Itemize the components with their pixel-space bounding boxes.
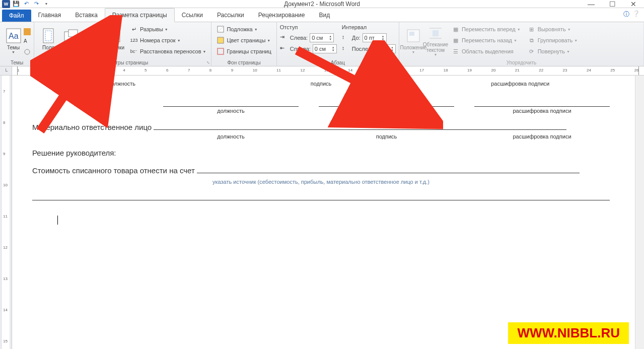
watermark-icon [217, 25, 225, 33]
tab-references[interactable]: Ссылки [175, 9, 210, 22]
indent-right-input[interactable]: 0 см▲▼ [313, 44, 337, 53]
send-backward-button[interactable]: ▦Переместить назад▼ [450, 35, 523, 45]
maximize-button[interactable]: ☐ [602, 0, 623, 8]
position-icon [405, 28, 421, 44]
theme-fonts-icon[interactable]: A [24, 38, 31, 45]
page-borders-button[interactable]: Границы страниц [214, 46, 273, 56]
responsible-person-line: Материально ответственное лицо [32, 123, 610, 131]
group-icon: ⧉ [528, 36, 536, 44]
themes-button[interactable]: Aa Темы ▼ [3, 24, 24, 57]
sig-signature-1: подпись [232, 81, 411, 87]
margins-icon [40, 28, 56, 44]
paragraph-dialog-launcher[interactable]: ⤡ [394, 60, 398, 65]
indent-right-icon: ⇤ [280, 45, 288, 53]
line-numbers-button[interactable]: 123Номера строк▼ [128, 35, 208, 45]
wrap-text-icon [427, 25, 444, 41]
page-borders-icon [217, 47, 225, 55]
svg-rect-2 [24, 28, 31, 35]
tab-mailings[interactable]: Рассылки [210, 9, 251, 22]
window-controls: — ☐ ✕ [581, 0, 644, 8]
page-color-button[interactable]: Цвет страницы▼ [214, 35, 273, 45]
align-button[interactable]: ⊞Выровнять▼ [526, 24, 580, 34]
document-area[interactable]: должность подпись расшифровка подписи до… [12, 76, 635, 349]
page-setup-dialog-launcher[interactable]: ⤡ [206, 60, 210, 65]
orientation-icon [62, 28, 79, 44]
theme-effects-icon[interactable] [24, 48, 31, 55]
line-numbers-icon: 123 [130, 36, 138, 44]
rotate-button[interactable]: ⟳Повернуть▼ [526, 46, 580, 56]
spacing-before-input[interactable]: 0 пт▲▼ [363, 33, 387, 42]
hyphenation-button[interactable]: bc⁻Расстановка переносов▼ [128, 46, 208, 56]
sig-line [474, 92, 610, 107]
decision-text: Решение руководителя: [32, 149, 610, 157]
hyphenation-icon: bc⁻ [130, 47, 138, 55]
content-area: 789101112131415 должность подпись расшиф… [0, 76, 644, 349]
redo-icon[interactable]: ↷ [32, 0, 40, 8]
ruler-vertical[interactable]: 789101112131415 [0, 76, 12, 349]
page: должность подпись расшифровка подписи до… [22, 76, 620, 225]
indent-left-input[interactable]: 0 см▲▼ [310, 33, 334, 42]
cost-line: Стоимость списанного товара отнести на с… [32, 166, 610, 175]
position-button[interactable]: Положение▼ [402, 24, 424, 57]
quick-access-toolbar: W 💾 ↶ ↷ ▼ [0, 0, 50, 8]
tab-home[interactable]: Главная [31, 9, 68, 22]
align-icon: ⊞ [528, 25, 536, 33]
orientation-button[interactable]: Ориентация▼ [59, 24, 82, 57]
ribbon-tabs: Файл Главная Вставка Разметка страницы С… [0, 8, 644, 22]
svg-point-3 [25, 49, 30, 54]
group-paragraph: Отступ ⇥ Слева: 0 см▲▼ ⇤ Справа: 0 см▲▼ … [277, 22, 399, 66]
selection-pane-icon: ☰ [452, 47, 460, 55]
sig-decipher-1: расшифровка подписи [431, 81, 610, 87]
tab-view[interactable]: Вид [312, 9, 337, 22]
tab-review[interactable]: Рецензирование [251, 9, 312, 22]
tab-insert[interactable]: Вставка [68, 9, 105, 22]
svg-rect-17 [433, 30, 439, 36]
file-tab[interactable]: Файл [2, 10, 31, 22]
minimize-ribbon-icon[interactable]: ⓘ [623, 10, 629, 19]
watermark-badge: WWW.NIBBL.RU [508, 322, 629, 344]
scrollbar-vertical[interactable] [635, 76, 644, 349]
spacing-after-icon: ↕ [342, 45, 350, 53]
minimize-button[interactable]: — [581, 0, 602, 8]
breaks-button[interactable]: ↵Разрывы▼ [128, 24, 208, 34]
svg-rect-13 [218, 37, 224, 43]
group-themes: Aa Темы ▼ A Темы [0, 22, 34, 66]
send-backward-icon: ▦ [452, 36, 460, 44]
help-icon[interactable]: ❔ [632, 10, 640, 19]
close-button[interactable]: ✕ [623, 0, 644, 8]
spacing-after-row: ↕ После: 0 пт▲▼ [342, 44, 396, 54]
size-button[interactable]: Размер▼ [82, 24, 104, 57]
svg-rect-16 [409, 32, 414, 36]
rotate-icon: ⟳ [528, 47, 536, 55]
sig-line [163, 92, 299, 107]
selection-pane-button[interactable]: ☰Область выделения [450, 46, 523, 56]
qat-dropdown-icon[interactable]: ▼ [42, 0, 50, 8]
sig-position-1: должность [32, 81, 211, 87]
bring-forward-button[interactable]: ▦Переместить вперед▼ [450, 24, 523, 34]
tab-page-layout[interactable]: Разметка страницы [105, 8, 175, 22]
spacing-after-input[interactable]: 0 пт▲▼ [372, 44, 396, 53]
themes-icon: Aa [6, 28, 22, 44]
ribbon: Aa Темы ▼ A Темы Поля▼ Ориентация▼ Разме… [0, 22, 644, 66]
bring-forward-icon: ▦ [452, 25, 460, 33]
group-arrange: Положение▼ Обтекание текстом▼ ▦Перемести… [399, 22, 644, 66]
watermark-button[interactable]: Подложка▼ [214, 24, 273, 34]
group-button[interactable]: ⧉Группировать▼ [526, 35, 580, 45]
indent-left-row: ⇥ Слева: 0 см▲▼ [280, 33, 337, 43]
ruler-corner[interactable]: └ [0, 66, 12, 75]
full-line [32, 200, 610, 200]
window-title: Документ2 - Microsoft Word [284, 1, 360, 8]
svg-rect-8 [89, 29, 97, 43]
undo-icon[interactable]: ↶ [22, 0, 30, 8]
hint-text: указать источник (себестоимость, прибыль… [32, 179, 610, 185]
margins-button[interactable]: Поля▼ [37, 24, 59, 57]
save-icon[interactable]: 💾 [12, 0, 20, 8]
ruler-horizontal: └ 11234567891011121314151617181920212223… [0, 66, 644, 76]
wrap-text-button[interactable]: Обтекание текстом▼ [424, 24, 447, 57]
text-cursor [57, 216, 58, 225]
theme-colors-icon[interactable] [24, 28, 31, 35]
sig-line [319, 92, 454, 107]
spacing-before-row: ↕ До: 0 пт▲▼ [342, 33, 396, 43]
group-page-background: Подложка▼ Цвет страницы▼ Границы страниц… [211, 22, 276, 66]
columns-button[interactable]: Колонки▼ [104, 24, 126, 57]
